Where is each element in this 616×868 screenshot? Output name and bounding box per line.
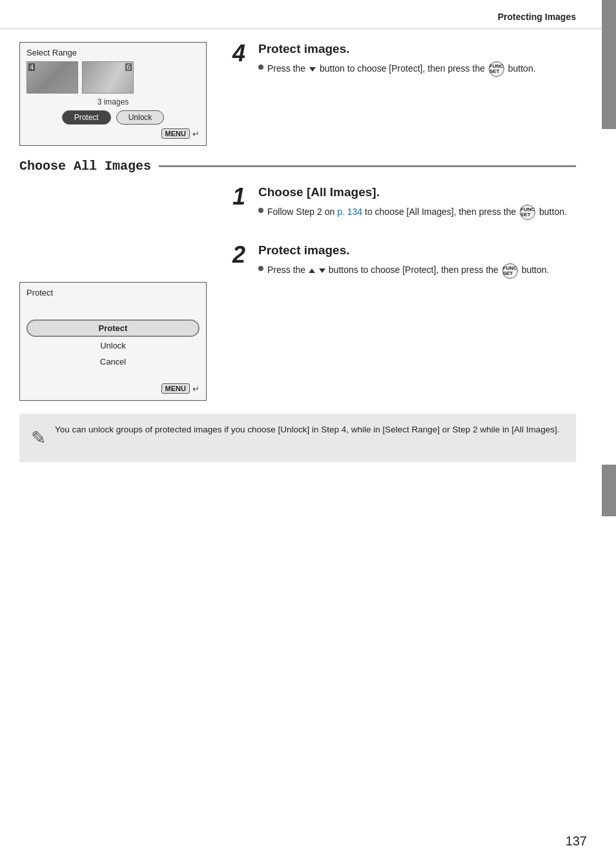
main-content: Select Range 4 6 3 images Protect Unlock bbox=[0, 29, 602, 475]
protect-btn: Protect bbox=[62, 110, 111, 125]
menu-spacer bbox=[26, 307, 200, 319]
page-header: Protecting Images bbox=[0, 0, 602, 29]
step1-spacer bbox=[19, 185, 220, 282]
step2-number: 2 bbox=[232, 243, 253, 267]
step4-number: 4 bbox=[232, 42, 253, 65]
step4-body: Press the button to choose [Protect], th… bbox=[258, 61, 536, 77]
protect-menu-row: MENU ↵ bbox=[26, 383, 200, 394]
images-count: 3 images bbox=[26, 97, 200, 106]
up-arrow-icon bbox=[309, 268, 315, 273]
down-arrow-icon bbox=[309, 67, 316, 72]
step4-content: 4 Protect images. Press the button to ch… bbox=[232, 42, 576, 79]
bullet-dot1 bbox=[258, 208, 263, 213]
thumb-right-num: 6 bbox=[125, 63, 132, 71]
func-set-icon3: FUNCSET bbox=[502, 263, 518, 279]
all-images-steps: Protect Protect Unlock Cancel MENU ↵ 1 C… bbox=[19, 185, 576, 401]
protect-back-arrow: ↵ bbox=[192, 384, 200, 394]
menu-spacer2 bbox=[26, 370, 200, 383]
thumbnails-row: 4 6 bbox=[26, 61, 200, 94]
thumb-right: 6 bbox=[82, 61, 134, 94]
page-link[interactable]: p. 134 bbox=[337, 207, 362, 217]
sidebar-tab-bottom bbox=[602, 465, 616, 516]
page-number: 137 bbox=[566, 834, 587, 849]
bullet-dot bbox=[258, 65, 263, 70]
step2-text: Press the buttons to choose [Protect], t… bbox=[267, 263, 549, 278]
menu-item-unlock: Unlock bbox=[26, 338, 200, 353]
screen-title: Select Range bbox=[26, 48, 200, 57]
protect-screen-title: Protect bbox=[26, 288, 200, 298]
thumb-left-num: 4 bbox=[28, 63, 35, 71]
all-images-right: 1 Choose [All Images]. Follow Step 2 on … bbox=[232, 185, 576, 281]
step1-body: Follow Step 2 on p. 134 to choose [All I… bbox=[258, 205, 567, 220]
step1-heading: Choose [All Images]. bbox=[258, 185, 567, 199]
screen-buttons: Protect Unlock bbox=[26, 110, 200, 125]
step2-bullet1: Press the buttons to choose [Protect], t… bbox=[258, 263, 549, 278]
note-icon: ✎ bbox=[31, 424, 46, 453]
step2-body: Press the buttons to choose [Protect], t… bbox=[258, 263, 549, 278]
note-box: ✎ You can unlock groups of protected ima… bbox=[19, 414, 576, 462]
note-text: You can unlock groups of protected image… bbox=[55, 423, 559, 437]
unlock-btn: Unlock bbox=[116, 110, 165, 125]
step2-all-row: 2 Protect images. Press the buttons to c… bbox=[232, 243, 576, 281]
step1-text: Follow Step 2 on p. 134 to choose [All I… bbox=[267, 205, 567, 220]
select-range-screen: Select Range 4 6 3 images Protect Unlock bbox=[19, 42, 207, 146]
page-title: Protecting Images bbox=[498, 12, 576, 22]
thumb-left: 4 bbox=[26, 61, 78, 94]
choose-all-title: Choose All Images bbox=[19, 159, 151, 174]
step4-row: Select Range 4 6 3 images Protect Unlock bbox=[19, 42, 576, 146]
step1-bullet1: Follow Step 2 on p. 134 to choose [All I… bbox=[258, 205, 567, 220]
step1-number: 1 bbox=[232, 185, 253, 208]
step4-bullet1: Press the button to choose [Protect], th… bbox=[258, 61, 536, 77]
step2-heading: Protect images. bbox=[258, 243, 549, 257]
protect-menu-badge: MENU bbox=[161, 383, 190, 394]
choose-all-divider: Choose All Images bbox=[19, 159, 576, 174]
divider-line bbox=[159, 165, 576, 167]
protect-all-screen: Protect Protect Unlock Cancel MENU ↵ bbox=[19, 282, 207, 401]
step4-heading: Protect images. bbox=[258, 42, 536, 56]
bullet-dot2 bbox=[258, 266, 263, 271]
step1-all-row: 1 Choose [All Images]. Follow Step 2 on … bbox=[232, 185, 576, 223]
back-arrow: ↵ bbox=[192, 129, 200, 139]
menu-row: MENU ↵ bbox=[26, 128, 200, 139]
step4-text: Press the button to choose [Protect], th… bbox=[267, 61, 536, 77]
menu-item-protect: Protect bbox=[26, 319, 200, 337]
all-images-left: Protect Protect Unlock Cancel MENU ↵ bbox=[19, 185, 220, 401]
func-set-icon2: FUNCSET bbox=[520, 205, 535, 220]
sidebar-tab-top bbox=[602, 0, 616, 129]
func-set-icon: FUNCSET bbox=[489, 61, 504, 77]
down-arrow-icon2 bbox=[319, 268, 325, 273]
menu-item-cancel: Cancel bbox=[26, 354, 200, 369]
step4-screen-container: Select Range 4 6 3 images Protect Unlock bbox=[19, 42, 220, 146]
menu-badge: MENU bbox=[161, 128, 190, 139]
